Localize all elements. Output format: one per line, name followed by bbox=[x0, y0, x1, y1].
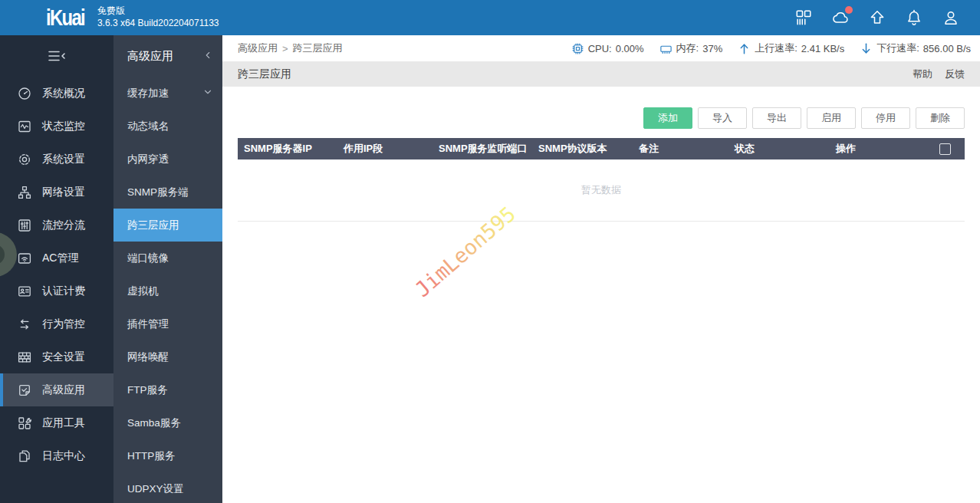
toolbar: 添加导入导出启用停用删除 bbox=[238, 107, 965, 129]
submenu-item-12[interactable]: UDPXY设置 bbox=[113, 472, 222, 503]
upload-arrow-icon[interactable] bbox=[867, 8, 887, 28]
sidebar-item-6[interactable]: 认证计费 bbox=[0, 275, 113, 307]
logs-icon bbox=[17, 449, 32, 464]
stat-cpu: CPU:0.00% bbox=[571, 42, 644, 55]
primary-sidebar: 系统概况状态监控系统设置网络设置流控分流AC管理认证计费行为管控安全设置高级应用… bbox=[0, 35, 113, 503]
sidebar-collapse-button[interactable] bbox=[0, 35, 113, 77]
stat-value: 856.00 B/s bbox=[923, 43, 971, 54]
submenu-item-3[interactable]: SNMP服务端 bbox=[113, 176, 222, 209]
toolbar-button[interactable]: 导出 bbox=[752, 107, 801, 129]
sidebar-item-2[interactable]: 系统设置 bbox=[0, 143, 113, 176]
toolbar-button[interactable]: 启用 bbox=[807, 107, 856, 129]
sliders-icon bbox=[17, 218, 32, 233]
submenu-item-1[interactable]: 动态域名 bbox=[113, 110, 222, 143]
sidebar-item-7[interactable]: 行为管控 bbox=[0, 307, 113, 340]
table-header: SNMP服务器IP作用IP段SNMP服务监听端口SNMP协议版本备注状态操作 bbox=[238, 138, 965, 159]
sidebar-item-label: 行为管控 bbox=[42, 317, 85, 331]
version-info: 免费版 3.6.3 x64 Build202204071133 bbox=[97, 5, 219, 29]
bell-icon[interactable] bbox=[904, 8, 924, 28]
sidebar-item-label: 认证计费 bbox=[42, 284, 85, 298]
submenu-item-2[interactable]: 内网穿透 bbox=[113, 143, 222, 176]
submenu-item-label: UDPXY设置 bbox=[127, 482, 184, 496]
submenu-items: 缓存加速动态域名内网穿透SNMP服务端跨三层应用端口镜像虚拟机插件管理网络唤醒F… bbox=[113, 77, 222, 503]
sidebar-item-label: 系统设置 bbox=[42, 153, 85, 166]
column-header: SNMP协议版本 bbox=[532, 142, 633, 156]
column-header: 备注 bbox=[633, 142, 728, 156]
toolbar-button[interactable]: 停用 bbox=[861, 107, 910, 129]
submenu-item-label: 动态域名 bbox=[127, 120, 169, 133]
sidebar-item-4[interactable]: 流控分流 bbox=[0, 209, 113, 242]
sidebar-item-10[interactable]: 应用工具 bbox=[0, 406, 113, 439]
column-header: 操作 bbox=[830, 142, 932, 156]
tools-icon bbox=[17, 416, 32, 431]
firewall-icon bbox=[17, 350, 32, 365]
sidebar-item-label: 流控分流 bbox=[42, 219, 85, 232]
cloud-icon[interactable] bbox=[830, 8, 850, 28]
breadcrumb-parent[interactable]: 高级应用 bbox=[238, 41, 278, 55]
sidebar-item-label: AC管理 bbox=[42, 252, 78, 265]
topbar: iKuai 免费版 3.6.3 x64 Build202204071133 bbox=[0, 0, 980, 35]
sidebar-menu: 系统概况状态监控系统设置网络设置流控分流AC管理认证计费行为管控安全设置高级应用… bbox=[0, 77, 113, 472]
add-button[interactable]: 添加 bbox=[643, 107, 692, 129]
gauge-icon bbox=[17, 86, 32, 101]
sidebar-item-11[interactable]: 日志中心 bbox=[0, 439, 113, 472]
page-title: 跨三层应用 bbox=[238, 67, 291, 81]
column-header: 状态 bbox=[728, 142, 830, 156]
submenu-item-label: HTTP服务 bbox=[127, 449, 175, 463]
sidebar-item-8[interactable]: 安全设置 bbox=[0, 340, 113, 373]
chevron-left-icon[interactable] bbox=[202, 50, 213, 63]
submenu-item-label: 插件管理 bbox=[127, 317, 169, 331]
submenu-header: 高级应用 bbox=[113, 35, 222, 77]
submenu-item-label: 虚拟机 bbox=[127, 284, 159, 298]
submenu-item-label: 缓存加速 bbox=[127, 87, 169, 100]
sidebar-item-0[interactable]: 系统概况 bbox=[0, 77, 113, 110]
select-all-checkbox[interactable] bbox=[939, 143, 951, 155]
submenu-item-4[interactable]: 跨三层应用 bbox=[113, 209, 222, 242]
memory-icon bbox=[659, 42, 673, 55]
main-panel: 高级应用 > 跨三层应用 CPU:0.00%内存:37%上行速率:2.41 KB… bbox=[222, 35, 980, 503]
sidebar-item-3[interactable]: 网络设置 bbox=[0, 176, 113, 209]
sidebar-item-1[interactable]: 状态监控 bbox=[0, 110, 113, 143]
submenu-item-6[interactable]: 虚拟机 bbox=[113, 275, 222, 307]
stat-value: 37% bbox=[702, 43, 722, 54]
stat-label: 上行速率: bbox=[755, 41, 797, 55]
wifi-icon bbox=[17, 251, 32, 266]
toolbar-button[interactable]: 导入 bbox=[698, 107, 747, 129]
submenu-item-11[interactable]: HTTP服务 bbox=[113, 439, 222, 472]
submenu-item-5[interactable]: 端口镜像 bbox=[113, 242, 222, 275]
submenu-item-label: FTP服务 bbox=[127, 383, 168, 397]
submenu-item-9[interactable]: FTP服务 bbox=[113, 373, 222, 406]
idcard-icon bbox=[17, 284, 32, 299]
feedback-link[interactable]: 反馈 bbox=[945, 67, 965, 81]
user-icon[interactable] bbox=[941, 8, 961, 28]
title-actions: 帮助 反馈 bbox=[913, 67, 965, 81]
topbar-icons bbox=[794, 8, 961, 28]
arrows-icon bbox=[17, 317, 32, 332]
network-icon bbox=[17, 185, 32, 200]
sidebar-item-9[interactable]: 高级应用 bbox=[0, 373, 113, 406]
toolbar-button[interactable]: 删除 bbox=[916, 107, 965, 129]
sidebar-item-label: 应用工具 bbox=[42, 416, 85, 430]
submenu-item-label: Samba服务 bbox=[127, 416, 181, 430]
edition-label: 免费版 bbox=[97, 5, 219, 18]
submenu-item-0[interactable]: 缓存加速 bbox=[113, 77, 222, 110]
sidebar-item-label: 日志中心 bbox=[42, 449, 85, 463]
apps-grid-icon[interactable] bbox=[794, 8, 814, 28]
page-title-bar: 跨三层应用 帮助 反馈 bbox=[222, 61, 980, 87]
stat-memory: 内存:37% bbox=[659, 41, 723, 55]
submenu-item-7[interactable]: 插件管理 bbox=[113, 307, 222, 340]
cpu-icon bbox=[571, 42, 584, 55]
help-link[interactable]: 帮助 bbox=[913, 67, 932, 81]
ikuai-logo: iKuai bbox=[46, 7, 84, 29]
breadcrumb-bar: 高级应用 > 跨三层应用 CPU:0.00%内存:37%上行速率:2.41 KB… bbox=[222, 35, 980, 61]
submenu-item-8[interactable]: 网络唤醒 bbox=[113, 340, 222, 373]
app-window: iKuai 免费版 3.6.3 x64 Build202204071133 系统… bbox=[0, 0, 980, 503]
stat-arrow-down: 下行速率:856.00 B/s bbox=[860, 41, 971, 55]
breadcrumb-current: 跨三层应用 bbox=[293, 41, 343, 55]
content-area: 添加导入导出启用停用删除 SNMP服务器IP作用IP段SNMP服务监听端口SNM… bbox=[222, 87, 980, 503]
monitor-icon bbox=[17, 119, 32, 134]
main-layout: 系统概况状态监控系统设置网络设置流控分流AC管理认证计费行为管控安全设置高级应用… bbox=[0, 35, 980, 503]
column-header: SNMP服务器IP bbox=[238, 142, 337, 156]
submenu-item-10[interactable]: Samba服务 bbox=[113, 406, 222, 439]
sidebar-item-5[interactable]: AC管理 bbox=[0, 242, 113, 275]
